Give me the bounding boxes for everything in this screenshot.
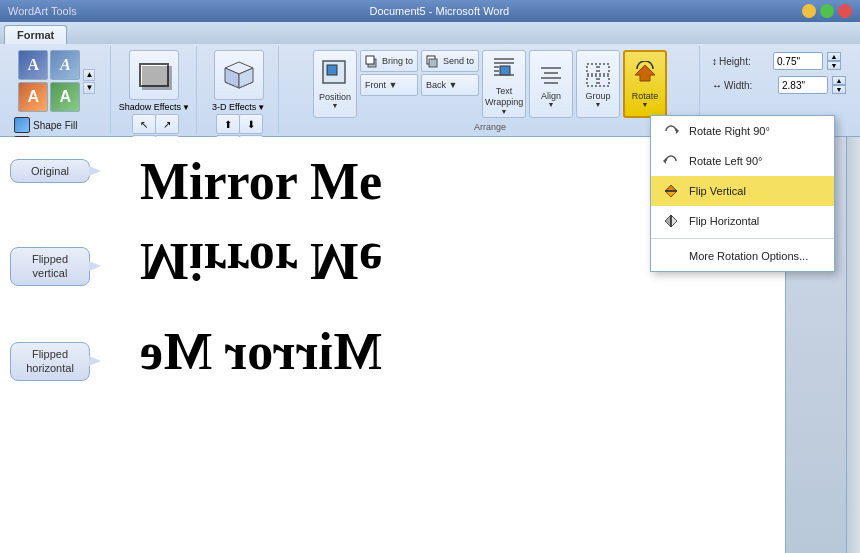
shape-fill-button[interactable]: Shape Fill [10,116,104,134]
text-wrapping-label: TextWrapping [485,86,523,108]
position-icon [321,59,349,92]
height-row: ↕ Height: ▲ ▼ [712,52,841,70]
rotate-dropdown-menu: Rotate Right 90° Rotate Left 90° Flip Ve… [650,115,835,272]
3d-effects-button[interactable]: 3-D Effects ▼ [212,50,265,112]
more-options-icon [661,246,681,266]
height-spinner: ▲ ▼ [827,52,841,70]
svg-marker-30 [665,215,671,227]
original-label: Original [10,159,90,183]
flip-horizontal-icon [661,211,681,231]
minimize-button[interactable] [802,4,816,18]
bring-to-front-col: Bring to Front ▼ [360,50,418,118]
group-arrange: Position ▼ Bring to Front ▼ [281,46,700,134]
align-button[interactable]: Align ▼ [529,50,573,118]
wordart-flipped-vertical[interactable]: Mirror Me [140,232,382,291]
wordart-style-sample4: A [50,82,80,112]
close-button[interactable] [838,4,852,18]
flipped-horizontal-label: Flipped horizontal [10,342,90,381]
ribbon-tabs: Format [0,22,860,44]
shadow-toggle-2[interactable]: ↗ [155,114,179,134]
scrollbar[interactable] [846,137,860,553]
text-wrapping-icon [490,53,518,86]
send-backward-button[interactable]: Back ▼ [421,74,479,96]
app-name: WordArt Tools [8,5,77,17]
svg-rect-22 [587,76,597,86]
rotate-left-label: Rotate Left 90° [689,155,763,167]
rotate-right-90-item[interactable]: Rotate Right 90° [651,116,834,146]
width-row: ↔ Width: ▲ ▼ [712,76,846,94]
flip-horizontal-item[interactable]: Flip Horizontal [651,206,834,236]
send-back-icon [426,54,440,68]
bring-forward-button[interactable]: Front ▼ [360,74,418,96]
maximize-button[interactable] [820,4,834,18]
align-icon [537,61,565,91]
shadow-effects-button[interactable]: Shadow Effects ▼ [119,50,190,112]
dropdown-separator [651,238,834,239]
width-spinner: ▲ ▼ [832,76,846,94]
rotate-left-90-item[interactable]: Rotate Left 90° [651,146,834,176]
wordart-style-sample2: A [50,50,80,80]
flip-vertical-label: Flip Vertical [689,185,746,197]
svg-rect-9 [429,59,437,67]
group-3d-effects: 3-D Effects ▼ ⬆ ⬇ ⬅ ➡ 3-D Effects [199,46,279,134]
flipped-vertical-label: Flipped vertical [10,247,90,286]
wordart-scroll[interactable]: ▲ ▼ [83,69,95,94]
svg-marker-24 [635,65,655,81]
send-to-back-button[interactable]: Send to [421,50,479,72]
group-label: Group [586,91,611,101]
bring-to-front-button[interactable]: Bring to [360,50,418,72]
height-decrement[interactable]: ▼ [827,61,841,70]
svg-rect-7 [366,56,374,64]
width-increment[interactable]: ▲ [832,76,846,85]
width-decrement[interactable]: ▼ [832,85,846,94]
rotate-button[interactable]: Rotate ▼ [623,50,667,118]
rotate-icon [631,61,659,91]
svg-marker-27 [665,185,677,191]
document-title: Document5 - Microsoft Word [77,5,802,17]
bring-front-icon [365,54,379,68]
send-to-back-col: Send to Back ▼ [421,50,479,118]
svg-marker-26 [663,158,666,164]
width-icon: ↔ [712,80,722,91]
group-shadow-effects: Shadow Effects ▼ ↖ ↗ ↙ ↘ Shadow Effects [113,46,197,134]
more-rotation-label: More Rotation Options... [689,250,808,262]
height-input[interactable] [773,52,823,70]
group-icon [584,61,612,91]
wordart-flipped-horizontal[interactable]: Mirror Me [140,322,382,381]
title-bar: WordArt Tools Document5 - Microsoft Word [0,0,860,22]
width-label: Width: [724,80,774,91]
group-button[interactable]: Group ▼ [576,50,620,118]
position-button[interactable]: Position ▼ [313,50,357,118]
svg-rect-21 [599,64,609,74]
height-icon: ↕ [712,56,717,67]
shadow-toggle-1[interactable]: ↖ [132,114,156,134]
wordart-style-sample3: A [18,82,48,112]
flip-vertical-icon [661,181,681,201]
width-input[interactable] [778,76,828,94]
3d-toggle-1[interactable]: ⬆ [216,114,240,134]
svg-rect-23 [599,76,609,86]
tab-format[interactable]: Format [4,25,67,44]
svg-marker-25 [676,128,679,134]
3d-big-icon [214,50,264,100]
svg-rect-12 [500,66,510,75]
shadow-big-icon [129,50,179,100]
svg-rect-5 [327,65,337,75]
wordart-style-sample: A [18,50,48,80]
svg-marker-31 [671,215,677,227]
shape-fill-icon [14,117,30,133]
position-label: Position [319,92,351,103]
wordart-style-picker[interactable]: A A A A [18,50,80,112]
3d-toggle-2[interactable]: ⬇ [239,114,263,134]
align-label: Align [541,91,561,101]
rotate-right-icon [661,121,681,141]
height-increment[interactable]: ▲ [827,52,841,61]
text-wrapping-button[interactable]: TextWrapping ▼ [482,50,526,118]
group-wordart-styles: A A A A ▲ ▼ Shape Fill [4,46,111,134]
wordart-original[interactable]: Mirror Me [140,152,382,211]
more-rotation-options-item[interactable]: More Rotation Options... [651,241,834,271]
flip-horizontal-label: Flip Horizontal [689,215,759,227]
arrange-label: Arrange [474,120,506,132]
svg-marker-28 [665,191,677,197]
flip-vertical-item[interactable]: Flip Vertical [651,176,834,206]
